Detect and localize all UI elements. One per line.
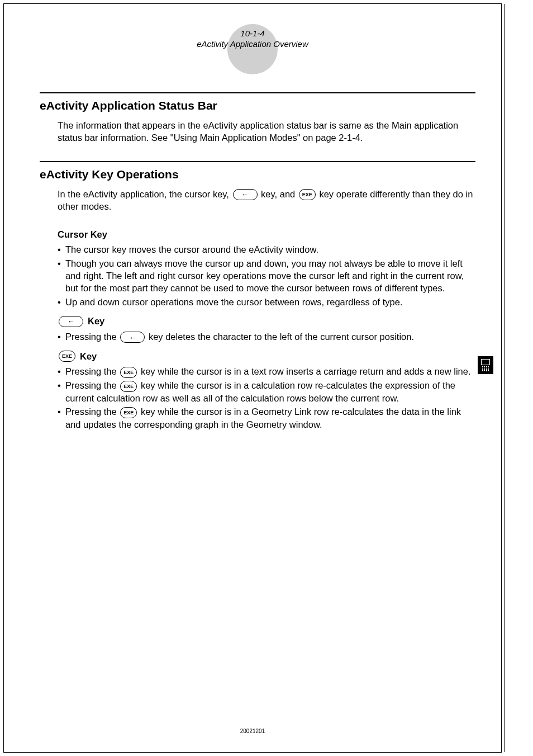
bullet-text: Pressing the EXE key while the cursor is… [65, 405, 475, 431]
calculator-screen-icon [481, 359, 490, 365]
bullet-icon: • [58, 330, 65, 343]
bullet-text: Pressing the EXE key while the cursor is… [65, 379, 475, 404]
page-header: 10-1-4 eActivity Application Overview [4, 29, 501, 49]
list-item: • Pressing the EXE key while the cursor … [58, 379, 475, 404]
back-arrow-key-icon: ← [59, 316, 83, 327]
back-key-heading: ← Key [58, 316, 475, 327]
exe-key-list: • Pressing the EXE key while the cursor … [58, 365, 475, 430]
list-item: • Up and down cursor operations move the… [58, 296, 475, 308]
bullet-icon: • [58, 243, 65, 256]
exe-key-icon: EXE [120, 367, 137, 378]
bullet-icon: • [58, 365, 65, 378]
key-heading-text: Key [88, 316, 104, 327]
bullet-text: Pressing the ← key deletes the character… [65, 330, 475, 343]
back-arrow-key-icon: ← [120, 332, 145, 343]
cursor-key-heading: Cursor Key [58, 229, 475, 240]
list-item: • Though you can always move the cursor … [58, 257, 475, 295]
list-item: • Pressing the EXE key while the cursor … [58, 365, 475, 378]
key-heading-text: Key [80, 351, 97, 362]
intro-mid: key, and [259, 189, 298, 199]
section-heading-status-bar: eActivity Application Status Bar [40, 99, 475, 112]
bullet-text: The cursor key moves the cursor around t… [65, 243, 475, 256]
bullet-icon: • [58, 257, 65, 295]
page-ref: 10-1-4 [4, 29, 501, 38]
exe-key-icon: EXE [59, 351, 75, 362]
bullet-text: Up and down cursor operations move the c… [65, 296, 475, 308]
back-arrow-key-icon: ← [233, 189, 258, 200]
footer-date: 20021201 [4, 728, 501, 734]
calculator-icon [478, 356, 493, 374]
bullet-text: Pressing the EXE key while the cursor is… [65, 365, 475, 378]
content-area: eActivity Application Status Bar The inf… [40, 92, 475, 432]
list-item: • Pressing the ← key deletes the charact… [58, 330, 475, 343]
bullet-text: Though you can always move the cursor up… [65, 257, 475, 295]
calculator-keys-icon [482, 366, 489, 371]
key-ops-intro: In the eActivity application, the cursor… [58, 188, 475, 213]
status-bar-intro: The information that appears in the eAct… [58, 119, 475, 144]
intro-pre: In the eActivity application, the cursor… [58, 189, 232, 199]
exe-key-icon: EXE [120, 381, 137, 392]
list-item: • Pressing the EXE key while the cursor … [58, 405, 475, 431]
section-divider [40, 92, 475, 93]
page-title: eActivity Application Overview [4, 39, 501, 49]
list-item: • The cursor key moves the cursor around… [58, 243, 475, 256]
bullet-icon: • [58, 379, 65, 404]
section-divider [40, 161, 475, 162]
cursor-key-list: • The cursor key moves the cursor around… [58, 243, 475, 308]
back-key-list: • Pressing the ← key deletes the charact… [58, 330, 475, 343]
page-container: 10-1-4 eActivity Application Overview eA… [3, 3, 502, 753]
inner-border [504, 4, 505, 752]
section-heading-key-ops: eActivity Key Operations [40, 168, 475, 181]
exe-key-icon: EXE [299, 189, 316, 200]
exe-key-icon: EXE [120, 407, 137, 418]
exe-key-heading: EXE Key [58, 351, 475, 362]
bullet-icon: • [58, 296, 65, 308]
bullet-icon: • [58, 405, 65, 431]
